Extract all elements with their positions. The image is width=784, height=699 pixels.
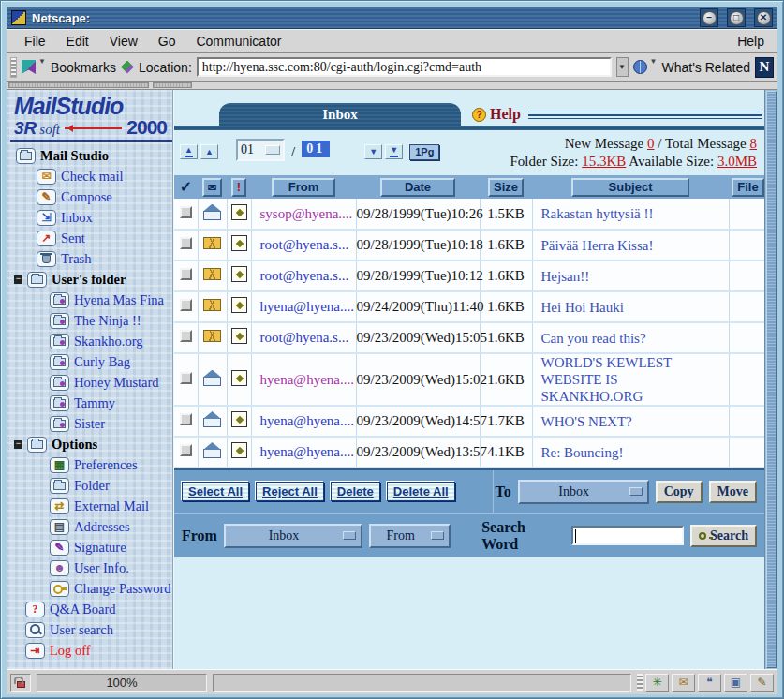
from-link[interactable]: hyena@hyena.... <box>260 444 354 459</box>
url-history-dropdown-icon[interactable]: ▼ <box>616 57 629 77</box>
row-checkbox[interactable] <box>180 413 192 425</box>
from-link[interactable]: hyena@hyena.... <box>260 413 354 428</box>
sidebar-item-folder[interactable]: − Folder <box>10 475 172 496</box>
bookmarks-icon[interactable] <box>22 60 36 74</box>
select-column-header[interactable]: ✓ <box>180 179 192 195</box>
discussions-icon[interactable]: ❝ <box>698 674 721 692</box>
sidebar-item-sister[interactable]: − Sister <box>10 413 172 434</box>
sidebar-item-q-a-board[interactable]: − ? Q&A Board <box>10 599 172 619</box>
subject-column-header[interactable]: Subject <box>571 178 689 197</box>
bookmarks-label[interactable]: Bookmarks <box>51 60 116 75</box>
sidebar-item-curly-bag[interactable]: − Curly Bag <box>10 351 172 372</box>
row-checkbox[interactable] <box>180 206 192 218</box>
first-page-button[interactable]: ▲ <box>180 144 198 159</box>
collapsed-personal-toolbar-tab[interactable] <box>153 82 192 88</box>
sidebar-item-skankho-org[interactable]: − Skankho.org <box>10 331 172 351</box>
row-checkbox[interactable] <box>180 444 192 456</box>
menu-edit[interactable]: Edit <box>56 34 99 49</box>
bookmarks-dropdown-icon[interactable]: ▼ <box>38 57 46 66</box>
subject-link[interactable]: Päivää Herra Kissa! <box>541 237 654 254</box>
collapsed-navigation-toolbar-tab[interactable] <box>8 82 149 88</box>
sidebar-item-user-info[interactable]: − ☻ User Info. <box>10 558 172 578</box>
from-column-header[interactable]: From <box>272 178 334 197</box>
title-bar[interactable]: Netscape: – □ ✕ <box>7 7 777 29</box>
subject-link[interactable]: Hejsan!! <box>541 268 590 285</box>
search-folder-select[interactable]: Inbox <box>224 524 362 548</box>
delete-all-button[interactable]: Delete All <box>387 482 455 501</box>
sidebar-item-log-off[interactable]: − ⇥ Log off <box>10 640 172 661</box>
select-all-button[interactable]: Select All <box>182 482 249 501</box>
new-message-count[interactable]: 0 <box>647 136 655 151</box>
subject-link[interactable]: Re: Bouncing! <box>541 444 624 461</box>
sidebar-item-honey-mustard[interactable]: − Honey Mustard <box>10 372 172 393</box>
security-lock-button[interactable] <box>10 674 31 692</box>
menu-view[interactable]: View <box>99 34 148 49</box>
whats-related-label[interactable]: What's Related <box>662 60 751 75</box>
available-size-value[interactable]: 3.0MB <box>717 154 757 169</box>
file-column-header[interactable]: File <box>732 178 763 197</box>
search-field-select[interactable]: From <box>369 524 451 548</box>
close-button[interactable]: ✕ <box>754 8 773 27</box>
sidebar-item-change-password[interactable]: − Change Password <box>10 578 172 599</box>
priority-column-header[interactable]: ! <box>231 178 246 197</box>
sidebar-item-addresses[interactable]: − ▤ Addresses <box>10 516 172 537</box>
delete-button[interactable]: Delete <box>331 482 380 501</box>
page-select[interactable]: 01 <box>236 139 285 161</box>
menu-communicator[interactable]: Communicator <box>185 34 291 49</box>
sidebar-item-check-mail[interactable]: − ✉ Check mail <box>10 166 172 186</box>
sidebar-item-hyena-mas-fina[interactable]: − Hyena Mas Fina <box>10 290 172 310</box>
subject-link[interactable]: Rakastan hyttysiä !! <box>541 205 654 222</box>
copy-button[interactable]: Copy <box>656 481 703 503</box>
sidebar-item-external-mail[interactable]: − ⇄ External Mail <box>10 496 172 516</box>
subject-link[interactable]: WORLD'S KEWLEST WEBSITE IS SKANKHO.ORG <box>541 354 706 405</box>
menu-help[interactable]: Help <box>732 34 770 49</box>
search-button[interactable]: Search <box>690 525 757 547</box>
url-input[interactable]: http://hyena.ssc.com:80/cgi-auth/login.c… <box>197 57 612 77</box>
maximize-button[interactable]: □ <box>727 8 746 27</box>
size-column-header[interactable]: Size <box>488 178 524 197</box>
reject-all-button[interactable]: Reject All <box>256 482 324 501</box>
sidebar-item-trash[interactable]: − Trash <box>10 248 172 269</box>
navigator-icon[interactable]: ✳ <box>645 674 669 692</box>
component-bar-grippy[interactable] <box>637 674 643 691</box>
search-word-input[interactable] <box>571 526 684 545</box>
scrollbar-thumb[interactable] <box>766 91 777 668</box>
sidebar-item-preferences[interactable]: − ▦ Preferences <box>10 454 172 475</box>
total-message-count[interactable]: 8 <box>750 136 758 151</box>
sidebar-item-tammy[interactable]: − Tammy <box>10 393 172 413</box>
sidebar-item-signature[interactable]: − ✎ Signature <box>10 537 172 558</box>
last-page-button[interactable]: ▼ <box>385 144 403 159</box>
whats-related-dropdown-icon[interactable]: ▼ <box>650 57 658 66</box>
mailbox-icon[interactable]: ✉ <box>672 674 695 692</box>
row-checkbox[interactable] <box>180 299 192 311</box>
subject-link[interactable]: WHO'S NEXT? <box>541 413 632 430</box>
to-folder-select[interactable]: Inbox <box>518 480 649 504</box>
from-link[interactable]: hyena@hyena.... <box>260 299 354 314</box>
subject-link[interactable]: Hei Hoi Hauki <box>541 299 624 316</box>
toolbar-grippy[interactable] <box>10 57 17 78</box>
tree-expander-icon[interactable]: − <box>14 275 22 284</box>
row-checkbox[interactable] <box>180 372 192 384</box>
sidebar-item-compose[interactable]: − ✎ Compose <box>10 186 172 207</box>
from-link[interactable]: root@hyena.s... <box>260 330 349 345</box>
move-button[interactable]: Move <box>709 481 757 503</box>
date-column-header[interactable]: Date <box>380 178 454 197</box>
sidebar-item-user-search[interactable]: − User search <box>10 619 172 640</box>
from-link[interactable]: root@hyena.s... <box>260 268 349 283</box>
one-page-button[interactable]: 1Pg <box>409 144 439 160</box>
sidebar-item-inbox[interactable]: − ⇲ Inbox <box>10 207 172 228</box>
tree-expander-icon[interactable]: − <box>14 440 22 449</box>
row-checkbox[interactable] <box>180 237 192 249</box>
page-select-thumb[interactable] <box>265 145 280 155</box>
menu-go[interactable]: Go <box>148 34 186 49</box>
prev-page-button[interactable]: ▲ <box>200 144 218 159</box>
whats-related-globe-icon[interactable] <box>633 60 647 74</box>
status-column-header[interactable]: ✉ <box>202 178 222 197</box>
address-book-icon[interactable]: ▣ <box>724 674 747 692</box>
row-checkbox[interactable] <box>180 330 192 342</box>
tab-inbox[interactable]: Inbox <box>219 103 461 126</box>
folder-size-value[interactable]: 15.3KB <box>582 154 626 169</box>
vertical-scrollbar[interactable] <box>764 90 777 669</box>
from-link[interactable]: root@hyena.s... <box>260 237 349 252</box>
help-link[interactable]: ? Help <box>472 106 521 123</box>
